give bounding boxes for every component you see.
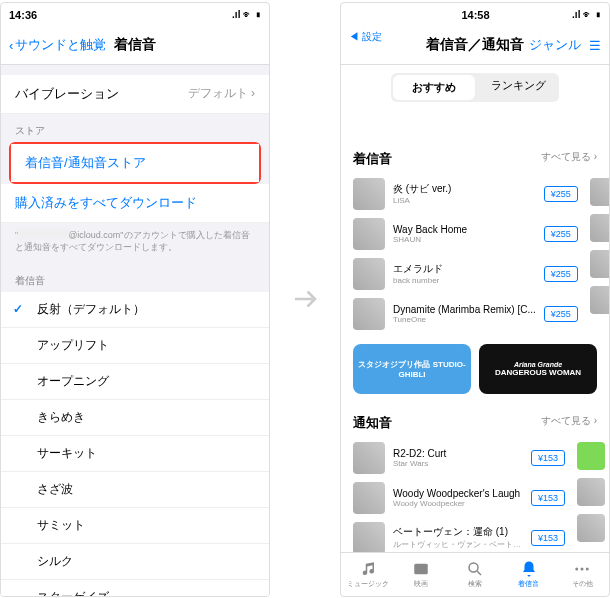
seg-featured[interactable]: おすすめ bbox=[393, 75, 475, 100]
navbar: ‹ サウンドと触覚 着信音 bbox=[1, 27, 269, 65]
highlight-box: 着信音/通知音ストア bbox=[9, 142, 261, 184]
tab-search[interactable]: 検索 bbox=[448, 553, 502, 596]
tone-item[interactable]: アップリフト bbox=[1, 328, 269, 364]
label: バイブレーション bbox=[15, 85, 119, 103]
see-all-button[interactable]: すべて見る › bbox=[541, 150, 597, 168]
svg-rect-0 bbox=[415, 563, 429, 574]
row-download-all[interactable]: 購入済みをすべてダウンロード bbox=[1, 184, 269, 223]
banner-row: スタジオジブリ作品 STUDIO-GHIBLI Ariana GrandeDAN… bbox=[341, 334, 609, 404]
tone-item[interactable]: シルク bbox=[1, 544, 269, 580]
time: 14:36 bbox=[9, 9, 37, 21]
section-ringtones: 着信音 すべて見る › bbox=[341, 140, 609, 174]
store-body: 着信音 すべて見る › 炎 (サビ ver.)LiSA¥255 Way Back… bbox=[341, 110, 609, 552]
thumb bbox=[353, 298, 385, 330]
label: 購入済みをすべてダウンロード bbox=[15, 194, 197, 212]
price-button[interactable]: ¥255 bbox=[544, 266, 578, 282]
banner-dangerous-woman[interactable]: Ariana GrandeDANGEROUS WOMAN bbox=[479, 344, 597, 394]
store-item[interactable]: Way Back HomeSHAUN¥255 bbox=[341, 214, 590, 254]
svg-point-2 bbox=[575, 567, 578, 570]
thumb bbox=[353, 482, 385, 514]
page-title: 着信音／通知音 bbox=[426, 36, 524, 54]
section-ringtone: 着信音 bbox=[1, 264, 269, 292]
tone-item[interactable]: オープニング bbox=[1, 364, 269, 400]
section-notifications: 通知音 すべて見る › bbox=[341, 404, 609, 438]
tab-more[interactable]: その他 bbox=[555, 553, 609, 596]
svg-point-1 bbox=[469, 563, 478, 572]
store-item[interactable]: 炎 (サビ ver.)LiSA¥255 bbox=[341, 174, 590, 214]
thumb bbox=[353, 178, 385, 210]
thumb bbox=[353, 218, 385, 250]
chevron-left-icon: ‹ bbox=[9, 38, 13, 53]
genre-button[interactable]: ジャンル bbox=[529, 36, 581, 54]
price-button[interactable]: ¥153 bbox=[531, 530, 565, 546]
label: 通知音 bbox=[353, 414, 392, 432]
tab-ringtones[interactable]: 着信音 bbox=[502, 553, 556, 596]
tab-movies[interactable]: 映画 bbox=[395, 553, 449, 596]
store-item[interactable]: エメラルドback number¥255 bbox=[341, 254, 590, 294]
price-button[interactable]: ¥255 bbox=[544, 186, 578, 202]
store-item[interactable]: Woody Woodpecker's LaughWoody Woodpecker… bbox=[341, 478, 577, 518]
price-button[interactable]: ¥153 bbox=[531, 450, 565, 466]
store-item[interactable]: R2-D2: CurtStar Wars¥153 bbox=[341, 438, 577, 478]
arrow-icon bbox=[290, 279, 320, 319]
thumb bbox=[353, 442, 385, 474]
row-tone-store[interactable]: 着信音/通知音ストア bbox=[11, 144, 259, 182]
status-icons: .ıl ᯤ ▮ bbox=[232, 9, 261, 20]
price-button[interactable]: ¥255 bbox=[544, 306, 578, 322]
segment-control: おすすめ ランキング bbox=[391, 73, 559, 102]
see-all-button[interactable]: すべて見る › bbox=[541, 414, 597, 432]
svg-point-3 bbox=[581, 567, 584, 570]
tone-item[interactable]: きらめき bbox=[1, 400, 269, 436]
row-vibration[interactable]: バイブレーション デフォルト › bbox=[1, 75, 269, 114]
tone-item[interactable]: 反射（デフォルト） bbox=[1, 292, 269, 328]
price-button[interactable]: ¥255 bbox=[544, 226, 578, 242]
value: デフォルト › bbox=[188, 85, 255, 102]
label: 着信音 bbox=[353, 150, 392, 168]
label: 着信音/通知音ストア bbox=[25, 154, 146, 172]
back-label: サウンドと触覚 bbox=[15, 36, 106, 54]
svg-point-4 bbox=[586, 567, 589, 570]
tabbar: ミュージック 映画 検索 着信音 その他 bbox=[341, 552, 609, 596]
settings-list: バイブレーション デフォルト › ストア 着信音/通知音ストア 購入済みをすべて… bbox=[1, 65, 269, 596]
tone-item[interactable]: サーキット bbox=[1, 436, 269, 472]
tone-item[interactable]: サミット bbox=[1, 508, 269, 544]
phone-left: 14:36 .ıl ᯤ ▮ ‹ サウンドと触覚 着信音 バイブレーション デフォ… bbox=[0, 2, 270, 597]
thumb bbox=[353, 522, 385, 552]
navbar: 着信音／通知音 ジャンル ☰ bbox=[341, 27, 609, 65]
redacted bbox=[18, 230, 68, 238]
tone-item[interactable]: さざ波 bbox=[1, 472, 269, 508]
status-icons: .ıl ᯤ ▮ bbox=[572, 9, 601, 20]
banner-ghibli[interactable]: スタジオジブリ作品 STUDIO-GHIBLI bbox=[353, 344, 471, 394]
back-button[interactable]: ‹ サウンドと触覚 bbox=[9, 36, 106, 54]
section-store: ストア bbox=[1, 114, 269, 142]
thumb bbox=[353, 258, 385, 290]
list-icon[interactable]: ☰ bbox=[589, 38, 601, 53]
tab-music[interactable]: ミュージック bbox=[341, 553, 395, 596]
price-button[interactable]: ¥153 bbox=[531, 490, 565, 506]
page-title: 着信音 bbox=[114, 36, 156, 54]
footnote: "@icloud.com"のアカウントで購入した着信音と通知音をすべてダウンロー… bbox=[1, 223, 269, 264]
phone-right: 14:58 .ıl ᯤ ▮ ◀ 設定 着信音／通知音 ジャンル ☰ おすすめ ラ… bbox=[340, 2, 610, 597]
store-item[interactable]: Dynamite (Marimba Remix) [C...TuneOne¥25… bbox=[341, 294, 590, 334]
time: 14:58 bbox=[461, 9, 489, 21]
seg-ranking[interactable]: ランキング bbox=[477, 73, 559, 102]
store-item[interactable]: ベートーヴェン：運命 (1)ルートヴィッヒ・ヴァン・ベート…¥153 bbox=[341, 518, 577, 552]
tone-item[interactable]: スターゲイズ bbox=[1, 580, 269, 596]
statusbar: 14:36 .ıl ᯤ ▮ bbox=[1, 3, 269, 27]
statusbar: 14:58 .ıl ᯤ ▮ bbox=[341, 3, 609, 27]
